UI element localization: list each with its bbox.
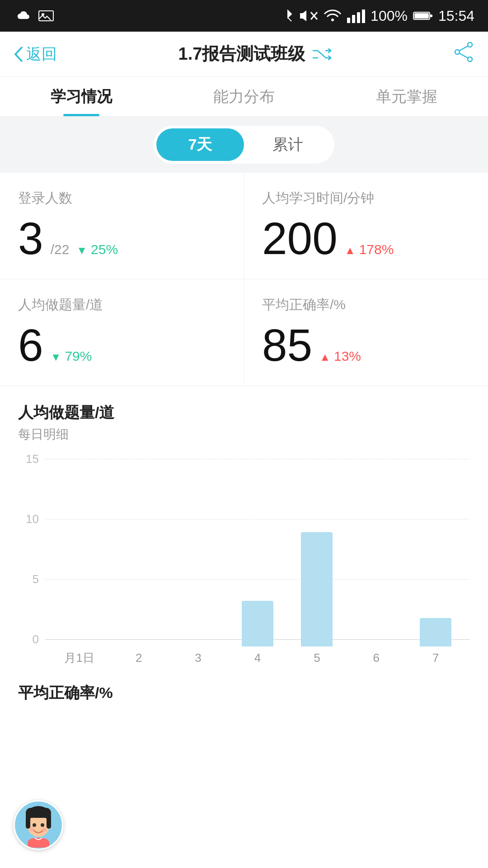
stat-login-count: 登录人数 3 /22 25% [0, 173, 244, 279]
svg-rect-6 [357, 12, 360, 23]
bar-chart: 15 10 5 0 月1日234567 [18, 452, 470, 669]
shuffle-icon[interactable] [312, 47, 331, 61]
stat-login-label: 登录人数 [18, 189, 225, 208]
svg-point-18 [28, 815, 49, 837]
nav-title: 1.7报告测试班级 [178, 42, 332, 66]
stat-questions-main: 6 [18, 322, 43, 368]
bar-3 [242, 601, 273, 646]
stat-questions-percent: 79% [65, 349, 92, 364]
stat-avg-questions: 人均做题量/道 6 79% [0, 279, 244, 386]
image-icon [38, 9, 54, 23]
stat-study-time-change: 178% [345, 242, 394, 257]
stat-accuracy-values: 85 13% [262, 322, 470, 368]
cloud-icon [14, 9, 31, 23]
stat-study-time-label: 人均学习时间/分钟 [262, 189, 470, 208]
grid-label-10: 10 [18, 512, 45, 526]
status-right-info: 100% 15:54 [283, 8, 474, 24]
chart-x-labels: 月1日234567 [45, 646, 470, 669]
title-text: 1.7报告测试班级 [178, 42, 305, 66]
svg-point-13 [468, 57, 472, 61]
svg-point-25 [42, 827, 47, 832]
bottom-section: 平均正确率/% [0, 669, 488, 717]
svg-line-15 [460, 53, 468, 58]
stats-grid: 登录人数 3 /22 25% 人均学习时间/分钟 200 178% 人均做题量/… [0, 173, 488, 386]
chart-section: 人均做题量/道 每日明细 15 10 5 0 月 [0, 386, 488, 669]
stat-study-time-percent: 178% [359, 242, 394, 257]
x-label-6: 7 [406, 651, 465, 665]
bar-6 [420, 618, 451, 646]
bar-col-4 [287, 532, 347, 646]
stat-questions-label: 人均做题量/道 [18, 296, 225, 314]
stat-study-time-values: 200 178% [262, 216, 470, 261]
back-label: 返回 [26, 44, 57, 65]
share-button[interactable] [453, 41, 474, 67]
bottom-title: 平均正确率/% [18, 683, 470, 703]
mute-icon [298, 9, 318, 23]
x-label-3: 4 [228, 651, 287, 665]
tab-bar: 学习情况 能力分布 单元掌握 [0, 77, 488, 117]
stat-login-change: 25% [76, 242, 118, 257]
chart-title: 人均做题量/道 [18, 402, 470, 423]
stat-login-main: 3 [18, 216, 43, 261]
svg-rect-5 [352, 15, 355, 23]
stat-accuracy-label: 平均正确率/% [262, 296, 470, 314]
stat-questions-change: 79% [51, 349, 92, 364]
stat-questions-values: 6 79% [18, 322, 225, 368]
svg-rect-7 [362, 9, 365, 23]
toggle-group: 7天 累计 [154, 126, 334, 164]
stat-accuracy-main: 85 [262, 322, 312, 368]
clock: 15:54 [438, 8, 474, 24]
svg-point-12 [455, 50, 460, 54]
grid-label-15: 15 [18, 452, 45, 466]
svg-rect-9 [414, 13, 429, 19]
x-label-2: 3 [169, 651, 228, 665]
signal-icon [347, 9, 365, 23]
bar-4 [301, 532, 333, 646]
battery-icon [413, 10, 433, 21]
status-bar: 100% 15:54 [0, 0, 488, 32]
x-label-4: 5 [287, 651, 347, 665]
status-left-icons [14, 9, 54, 23]
grid-label-0: 0 [18, 632, 45, 646]
chart-subtitle: 每日明细 [18, 426, 470, 443]
x-label-0: 月1日 [50, 650, 109, 666]
svg-point-22 [33, 823, 36, 827]
toggle-section: 7天 累计 [0, 117, 488, 173]
x-label-1: 2 [109, 651, 168, 665]
svg-rect-0 [39, 11, 53, 21]
share-icon [453, 41, 474, 63]
stat-study-time-main: 200 [262, 216, 338, 261]
svg-line-14 [460, 46, 468, 51]
arrow-up-icon-2 [319, 349, 330, 364]
toggle-7days[interactable]: 7天 [156, 128, 244, 161]
stat-study-time: 人均学习时间/分钟 200 178% [244, 173, 488, 279]
tab-unit[interactable]: 单元掌握 [325, 77, 488, 116]
svg-point-24 [30, 827, 34, 832]
tab-study[interactable]: 学习情况 [0, 77, 163, 116]
toggle-cumulative[interactable]: 累计 [244, 128, 332, 161]
bluetooth-icon [283, 9, 293, 23]
stat-avg-accuracy: 平均正确率/% 85 13% [244, 279, 488, 386]
stat-accuracy-change: 13% [319, 349, 361, 364]
arrow-up-icon [345, 242, 356, 257]
svg-rect-10 [430, 14, 432, 17]
svg-point-23 [41, 823, 44, 827]
stat-accuracy-percent: 13% [334, 349, 361, 364]
arrow-down-icon [76, 242, 87, 257]
grid-label-5: 5 [18, 572, 45, 586]
back-chevron-icon [14, 46, 23, 63]
avatar-image [16, 802, 61, 848]
wifi-icon [324, 9, 342, 23]
battery-percent: 100% [371, 8, 408, 24]
svg-point-11 [468, 42, 472, 47]
stat-login-values: 3 /22 25% [18, 216, 225, 261]
avatar[interactable] [14, 800, 63, 850]
back-button[interactable]: 返回 [14, 44, 57, 65]
chart-bars [45, 452, 470, 646]
nav-bar: 返回 1.7报告测试班级 [0, 32, 488, 77]
svg-rect-21 [26, 808, 51, 818]
arrow-down-icon-2 [51, 349, 61, 364]
stat-login-percent: 25% [91, 242, 118, 257]
stat-login-sub: /22 [51, 242, 70, 257]
tab-ability[interactable]: 能力分布 [163, 77, 325, 116]
